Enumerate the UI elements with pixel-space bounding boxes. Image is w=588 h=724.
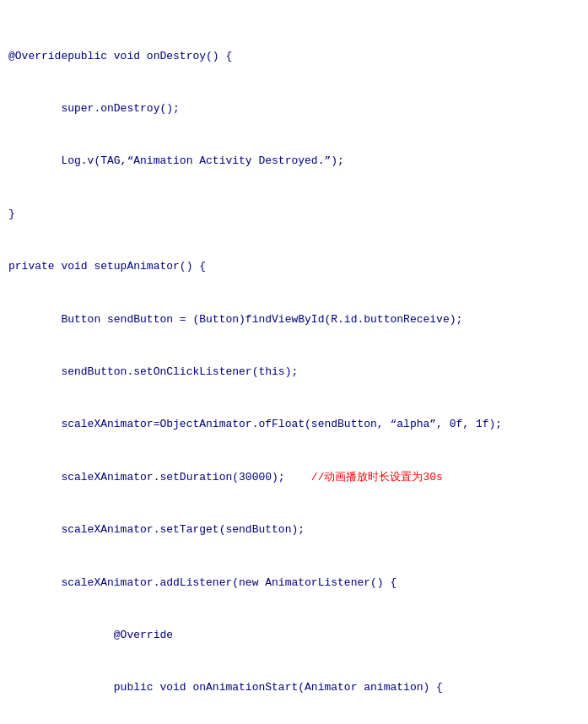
code-line-8: scaleXAnimator=ObjectAnimator.ofFloat(se… [8, 416, 580, 434]
code-line-3: Log.v(TAG,“Animation Activity Destroyed.… [8, 153, 580, 170]
code-line-12: @Override [8, 627, 580, 645]
code-line-6: Button sendButton = (Button)findViewById… [8, 311, 580, 329]
code-line-2: super.onDestroy(); [8, 100, 580, 118]
code-line-13: public void onAnimationStart(Animator an… [8, 679, 580, 697]
code-line-5: private void setupAnimator() { [8, 258, 580, 276]
code-line-9: scaleXAnimator.setDuration(30000); //动画播… [8, 469, 580, 487]
code-line-4: } [8, 206, 580, 224]
code-line-10: scaleXAnimator.setTarget(sendButton); [8, 521, 580, 539]
code-editor: @Overridepublic void onDestroy() { super… [0, 8, 588, 724]
code-line-7: sendButton.setOnClickListener(this); [8, 364, 580, 381]
code-line-1: @Overridepublic void onDestroy() { [8, 48, 580, 66]
code-line-11: scaleXAnimator.addListener(new AnimatorL… [8, 575, 580, 592]
